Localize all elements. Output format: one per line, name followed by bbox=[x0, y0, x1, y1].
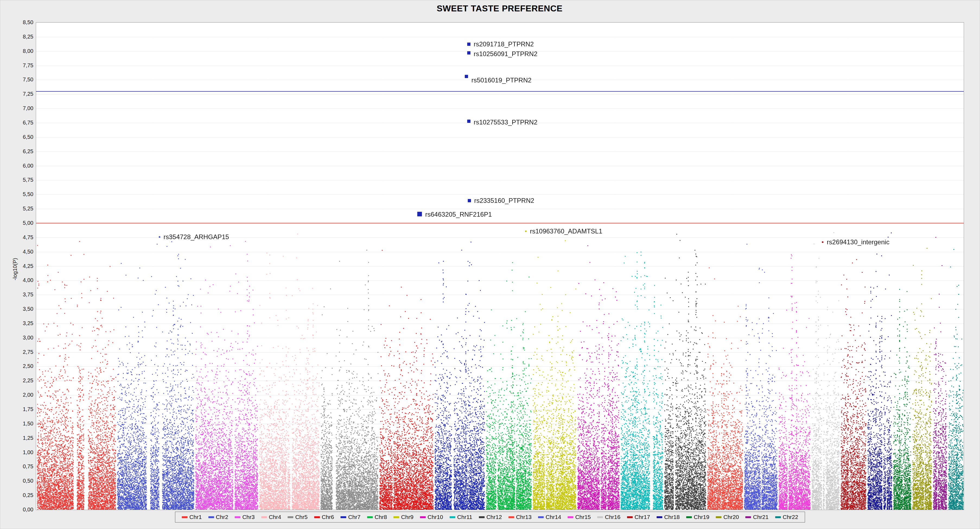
annotation-marker bbox=[525, 230, 527, 232]
y-tick-label: 5,75 bbox=[14, 177, 33, 183]
legend-label: Chr20 bbox=[723, 514, 739, 520]
legend-label: Chr6 bbox=[322, 514, 334, 520]
y-tick-label: 2,50 bbox=[14, 363, 33, 369]
legend-item: Chr19 bbox=[686, 514, 709, 520]
annotation-marker bbox=[467, 43, 471, 46]
legend-item: Chr18 bbox=[657, 514, 680, 520]
legend-item: Chr2 bbox=[208, 514, 228, 520]
legend-item: Chr7 bbox=[340, 514, 361, 520]
legend-item: Chr14 bbox=[538, 514, 561, 520]
y-tick-label: 0,50 bbox=[14, 478, 33, 484]
legend-swatch bbox=[716, 516, 721, 518]
legend-label: Chr14 bbox=[546, 514, 561, 520]
y-tick-label: 0,25 bbox=[14, 492, 33, 498]
y-tick-label: 8,25 bbox=[14, 33, 33, 40]
legend-item: Chr10 bbox=[420, 514, 443, 520]
chromosome-legend: Chr1Chr2Chr3Chr4Chr5Chr6Chr7Chr8Chr9Chr1… bbox=[175, 512, 805, 523]
y-tick-label: 7,50 bbox=[14, 76, 33, 83]
annotation-label: rs10256091_PTPRN2 bbox=[474, 50, 538, 58]
legend-swatch bbox=[627, 516, 633, 518]
legend-swatch bbox=[538, 516, 544, 518]
legend-swatch bbox=[182, 516, 188, 518]
legend-label: Chr13 bbox=[516, 514, 531, 520]
y-tick-label: 6,50 bbox=[14, 134, 33, 140]
annotation-label: rs354728_ARHGAP15 bbox=[164, 233, 229, 241]
legend-item: Chr20 bbox=[716, 514, 739, 520]
legend-label: Chr3 bbox=[242, 514, 255, 520]
y-tick-label: 2,00 bbox=[14, 392, 33, 398]
legend-swatch bbox=[208, 516, 214, 518]
annotation-label: rs2091718_PTPRN2 bbox=[474, 40, 534, 48]
legend-label: Chr4 bbox=[269, 514, 282, 520]
annotation-marker bbox=[159, 236, 160, 238]
legend-swatch bbox=[597, 516, 603, 518]
legend-item: Chr21 bbox=[746, 514, 768, 520]
legend-item: Chr6 bbox=[314, 514, 334, 520]
legend-swatch bbox=[568, 516, 573, 518]
legend-label: Chr8 bbox=[375, 514, 387, 520]
legend-item: Chr4 bbox=[261, 514, 282, 520]
y-tick-label: 4,50 bbox=[14, 249, 33, 254]
legend-label: Chr21 bbox=[753, 514, 768, 520]
legend-label: Chr5 bbox=[295, 514, 308, 520]
y-tick-label: 1,75 bbox=[14, 406, 33, 412]
legend-item: Chr9 bbox=[393, 514, 414, 520]
legend-item: Chr15 bbox=[568, 514, 591, 520]
legend-swatch bbox=[657, 516, 662, 518]
legend-label: Chr11 bbox=[457, 514, 473, 520]
legend-label: Chr16 bbox=[605, 514, 620, 520]
legend-label: Chr15 bbox=[575, 514, 591, 520]
legend-swatch bbox=[314, 516, 320, 518]
y-tick-label: 3,75 bbox=[14, 291, 33, 297]
y-tick-label: 0,75 bbox=[14, 463, 33, 469]
legend-label: Chr17 bbox=[635, 514, 650, 520]
y-tick-label: 6,25 bbox=[14, 148, 33, 154]
annotations-layer: rs2091718_PTPRN2rs10256091_PTPRN2rs50160… bbox=[36, 22, 964, 510]
y-tick-label: 7,00 bbox=[14, 105, 33, 111]
legend-item: Chr8 bbox=[367, 514, 387, 520]
y-tick-label: 6,75 bbox=[14, 119, 33, 125]
y-tick-label: 3,50 bbox=[14, 306, 33, 312]
y-tick-label: 1,50 bbox=[14, 421, 33, 426]
legend-item: Chr22 bbox=[775, 514, 798, 520]
legend-item: Chr12 bbox=[479, 514, 502, 520]
page: { "chart_data": { "type": "scatter", "va… bbox=[0, 0, 980, 529]
legend-swatch bbox=[479, 516, 485, 518]
legend-item: Chr1 bbox=[182, 514, 202, 520]
y-tick-label: 2,25 bbox=[14, 377, 33, 383]
y-tick-label: 4,25 bbox=[14, 263, 33, 269]
legend-swatch bbox=[393, 516, 399, 518]
annotation-marker bbox=[465, 75, 468, 78]
legend-item: Chr11 bbox=[450, 514, 473, 520]
manhattan-plot-panel: SWEET TASTE PREFERENCE -log10(P) 0,000,2… bbox=[0, 0, 980, 529]
y-tick-label: 2,75 bbox=[14, 349, 33, 355]
legend-item: Chr3 bbox=[235, 514, 255, 520]
y-tick-label: 7,75 bbox=[14, 62, 33, 68]
y-tick-label: 4,75 bbox=[14, 234, 33, 240]
y-tick-label: 3,00 bbox=[14, 335, 33, 340]
y-tick-label: 5,00 bbox=[14, 220, 33, 226]
legend-label: Chr18 bbox=[664, 514, 680, 520]
legend-swatch bbox=[420, 516, 426, 518]
y-tick-label: 7,25 bbox=[14, 91, 33, 97]
legend-label: Chr7 bbox=[348, 514, 361, 520]
y-tick-label: 6,00 bbox=[14, 163, 33, 168]
legend-swatch bbox=[775, 516, 781, 518]
legend-swatch bbox=[686, 516, 692, 518]
annotation-marker bbox=[468, 199, 471, 202]
legend-item: Chr13 bbox=[508, 514, 531, 520]
legend-label: Chr22 bbox=[783, 514, 798, 520]
legend-label: Chr2 bbox=[216, 514, 228, 520]
legend-label: Chr1 bbox=[189, 514, 202, 520]
legend-item: Chr5 bbox=[288, 514, 308, 520]
annotation-marker bbox=[417, 212, 422, 216]
y-tick-label: 8,50 bbox=[14, 19, 33, 25]
legend-swatch bbox=[746, 516, 751, 518]
legend-swatch bbox=[340, 516, 346, 518]
y-tick-label: 1,25 bbox=[14, 435, 33, 441]
legend-label: Chr19 bbox=[694, 514, 709, 520]
plot-area: rs2091718_PTPRN2rs10256091_PTPRN2rs50160… bbox=[36, 22, 964, 510]
annotation-label: rs6463205_RNF216P1 bbox=[425, 211, 492, 218]
annotation-label: rs2694130_intergenic bbox=[827, 238, 889, 246]
legend-item: Chr16 bbox=[597, 514, 620, 520]
